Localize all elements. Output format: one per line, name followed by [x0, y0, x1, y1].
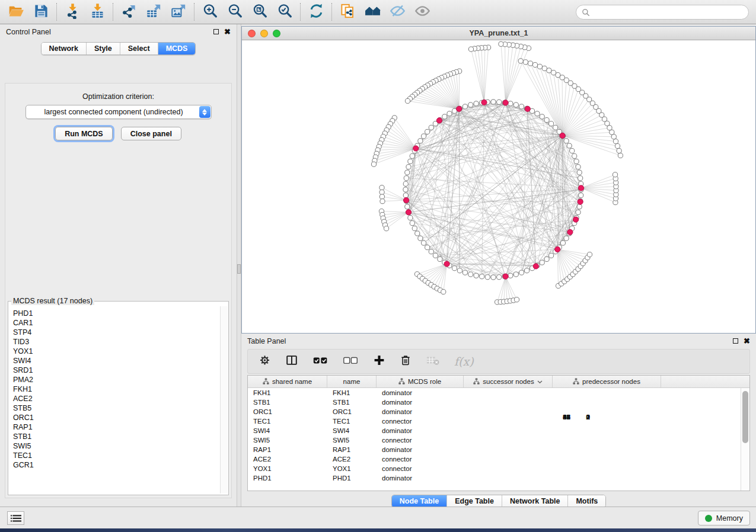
close-panel-button[interactable]: Close panel — [121, 127, 181, 140]
column-header-predecessor-nodes[interactable]: predecessor nodes — [553, 376, 661, 387]
close-table-panel-icon[interactable]: ✖ — [744, 337, 750, 345]
column-header-shared-name[interactable]: shared name — [248, 376, 327, 387]
cell-MCDS-role[interactable]: dominator — [377, 473, 464, 483]
mcds-result-item[interactable]: SRD1 — [13, 366, 219, 375]
tab-node-table[interactable]: Node Table — [392, 495, 447, 507]
deselect-all-button[interactable] — [343, 354, 359, 369]
tab-select[interactable]: Select — [120, 43, 158, 55]
cell-shared-name[interactable]: SWI4 — [248, 426, 327, 435]
mcds-result-item[interactable]: PHD1 — [13, 309, 219, 318]
cell-shared-name[interactable]: YOX1 — [248, 464, 327, 473]
open-file-button[interactable] — [4, 2, 28, 22]
cell-name[interactable]: ORC1 — [327, 407, 377, 416]
run-mcds-button[interactable]: Run MCDS — [55, 127, 113, 140]
tab-network[interactable]: Network — [42, 43, 87, 55]
column-header-MCDS-role[interactable]: MCDS role — [377, 376, 464, 387]
export-image-button[interactable] — [166, 2, 191, 22]
mcds-result-item[interactable]: YOX1 — [13, 347, 219, 356]
mcds-result-item[interactable]: GCR1 — [13, 460, 219, 470]
zoom-in-button[interactable] — [197, 2, 222, 22]
tab-style[interactable]: Style — [87, 43, 120, 55]
cell-shared-name[interactable]: FKH1 — [248, 388, 327, 398]
column-header-name[interactable]: name — [327, 376, 377, 387]
cell-MCDS-role[interactable]: connector — [377, 435, 464, 445]
save-session-button[interactable] — [28, 2, 53, 22]
mcds-result-item[interactable]: PMA2 — [13, 375, 219, 384]
cell-name[interactable]: ACE2 — [327, 454, 377, 464]
tab-mcds[interactable]: MCDS — [158, 43, 196, 55]
cell-shared-name[interactable]: ORC1 — [248, 407, 327, 416]
cell-name[interactable]: SWI5 — [327, 435, 377, 445]
cell-shared-name[interactable]: ACE2 — [248, 454, 327, 464]
export-network-button[interactable] — [116, 2, 141, 22]
cell-MCDS-role[interactable]: dominator — [377, 398, 464, 407]
mcds-result-item[interactable]: TID3 — [13, 337, 219, 347]
search-input[interactable] — [593, 8, 743, 17]
cell-MCDS-role[interactable]: dominator — [377, 445, 464, 454]
cell-MCDS-role[interactable]: dominator — [377, 426, 464, 435]
table-row[interactable]: PHD1PHD1dominator180 — [248, 473, 741, 483]
cell-name[interactable]: SWI4 — [327, 426, 377, 435]
first-neighbors-button[interactable] — [360, 2, 385, 22]
delete-column-button[interactable] — [400, 354, 412, 369]
cell-shared-name[interactable]: SWI5 — [248, 435, 327, 445]
mcds-result-item[interactable]: TEC1 — [13, 451, 219, 460]
network-canvas[interactable] — [242, 40, 755, 333]
mcds-result-item[interactable]: RAP1 — [13, 422, 219, 432]
cell-name[interactable]: TEC1 — [327, 416, 377, 426]
select-all-button[interactable] — [312, 354, 328, 369]
mcds-result-item[interactable]: FKH1 — [13, 384, 219, 394]
window-zoom-button[interactable] — [273, 30, 280, 37]
cell-MCDS-role[interactable]: dominator — [377, 388, 464, 398]
cell-name[interactable]: RAP1 — [327, 445, 377, 454]
cell-name[interactable]: STB1 — [327, 398, 377, 407]
cell-name[interactable]: YOX1 — [327, 464, 377, 473]
export-table-button[interactable] — [141, 2, 166, 22]
mcds-result-item[interactable]: ACE2 — [13, 394, 219, 403]
mcds-result-item[interactable]: STP4 — [13, 328, 219, 337]
mcds-result-item[interactable]: CAR1 — [13, 318, 219, 328]
cell-MCDS-role[interactable]: connector — [377, 464, 464, 473]
import-network-button[interactable] — [60, 2, 85, 22]
table-scrollbar[interactable] — [741, 388, 749, 491]
cell-shared-name[interactable]: PHD1 — [248, 473, 327, 483]
add-column-button[interactable] — [373, 354, 385, 369]
vertical-splitter[interactable] — [237, 24, 241, 507]
float-panel-icon[interactable] — [213, 29, 219, 34]
table-options-gear-button[interactable] — [259, 354, 271, 369]
table-scrollbar-thumb[interactable] — [742, 391, 748, 443]
splitter-grip[interactable] — [237, 264, 241, 274]
memory-button[interactable]: Memory — [698, 511, 750, 525]
mcds-result-item[interactable]: SWI4 — [13, 356, 219, 366]
cell-shared-name[interactable]: STB1 — [248, 398, 327, 407]
window-minimize-button[interactable] — [260, 30, 268, 37]
cell-MCDS-role[interactable]: connector — [377, 416, 464, 426]
cell-MCDS-role[interactable]: dominator — [377, 407, 464, 416]
import-table-button[interactable] — [85, 2, 110, 22]
cell-shared-name[interactable]: RAP1 — [248, 445, 327, 454]
mcds-result-item[interactable]: ORC1 — [13, 413, 219, 422]
zoom-selected-button[interactable] — [272, 2, 297, 22]
zoom-fit-button[interactable] — [247, 2, 272, 22]
mcds-result-item[interactable]: STB5 — [13, 403, 219, 413]
tab-network-table[interactable]: Network Table — [502, 495, 569, 507]
optimization-criterion-dropdown[interactable]: largest connected component (undirected) — [25, 105, 212, 119]
window-close-button[interactable] — [248, 30, 256, 37]
cell-name[interactable]: PHD1 — [327, 473, 377, 483]
result-list-scrollbar[interactable] — [220, 306, 228, 493]
cell-MCDS-role[interactable]: connector — [377, 454, 464, 464]
panel-columns-button[interactable] — [285, 354, 298, 369]
cell-shared-name[interactable]: TEC1 — [248, 416, 327, 426]
mcds-result-item[interactable]: SWI5 — [13, 441, 219, 451]
tab-edge-table[interactable]: Edge Table — [447, 495, 502, 507]
table-row[interactable]: STB1STB1dominator620 — [248, 398, 741, 407]
close-panel-icon[interactable]: ✖ — [224, 28, 231, 36]
show-all-button[interactable] — [410, 2, 435, 22]
cell-name[interactable]: FKH1 — [327, 388, 377, 398]
mcds-result-item[interactable]: STB1 — [13, 432, 219, 441]
zoom-out-button[interactable] — [222, 2, 247, 22]
cell-predecessor-nodes[interactable]: 0 — [489, 412, 598, 491]
hide-selected-button[interactable] — [385, 2, 410, 22]
float-table-panel-icon[interactable] — [733, 338, 738, 344]
tab-motifs[interactable]: Motifs — [568, 495, 605, 507]
